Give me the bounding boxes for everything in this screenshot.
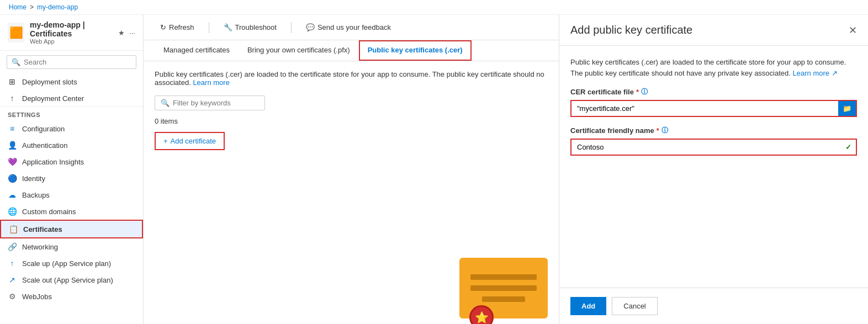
sidebar-item-identity[interactable]: 🔵 Identity <box>0 170 143 187</box>
refresh-icon: ↻ <box>160 23 166 31</box>
sidebar-item-label: Identity <box>22 174 45 183</box>
search-input[interactable] <box>24 58 131 66</box>
authentication-icon: 👤 <box>8 141 17 150</box>
app-subtitle: Web App <box>30 38 113 45</box>
learn-more-link[interactable]: Learn more <box>193 78 229 87</box>
troubleshoot-icon: 🔧 <box>224 23 232 31</box>
breadcrumb-home[interactable]: Home <box>9 3 27 11</box>
page-description: Public key certificates (.cer) are loade… <box>155 70 548 87</box>
sidebar-item-label: Scale out (App Service plan) <box>22 276 113 284</box>
identity-icon: 🔵 <box>8 174 17 183</box>
search-icon: 🔍 <box>12 58 20 66</box>
cer-required: * <box>636 88 639 96</box>
panel-close-button[interactable]: ✕ <box>849 24 857 36</box>
app-icon: 🟧 <box>8 23 24 43</box>
sidebar-item-label: WebJobs <box>22 293 52 301</box>
scale-up-icon: ↑ <box>8 259 17 268</box>
panel-title: Add public key certificate <box>570 24 692 36</box>
networking-icon: 🔗 <box>8 242 17 251</box>
sidebar-item-label: Custom domains <box>22 208 76 216</box>
webjobs-icon: ⚙ <box>8 292 17 301</box>
cer-label: CER certificate file <box>570 88 634 96</box>
sidebar-item-certificates[interactable]: 📋 Certificates <box>0 220 143 238</box>
backups-icon: ☁ <box>8 190 17 199</box>
cancel-button[interactable]: Cancel <box>612 297 657 315</box>
check-icon: ✓ <box>841 140 856 155</box>
sidebar-item-label: Application Insights <box>22 158 84 166</box>
sidebar-item-configuration[interactable]: ≡ Configuration <box>0 120 143 137</box>
troubleshoot-button[interactable]: 🔧 Troubleshoot <box>218 20 282 34</box>
folder-icon: 📁 <box>843 104 851 113</box>
add-icon: + <box>163 137 168 145</box>
add-certificate-button[interactable]: + Add certificate <box>155 132 225 150</box>
certificates-icon: 📋 <box>9 225 18 233</box>
sidebar-item-application-insights[interactable]: 💜 Application Insights <box>0 153 143 170</box>
toolbar-divider <box>209 22 209 33</box>
items-count: 0 items <box>155 117 548 125</box>
deployment-center-icon: ↑ <box>8 94 17 103</box>
deployment-slots-icon: ⊞ <box>8 77 17 86</box>
sidebar-item-webjobs[interactable]: ⚙ WebJobs <box>0 288 143 305</box>
more-icon[interactable]: ··· <box>129 29 135 37</box>
settings-section-header: Settings <box>0 107 143 120</box>
filter-input[interactable] <box>173 99 259 107</box>
refresh-button[interactable]: ↻ Refresh <box>155 20 200 34</box>
tab-public-key[interactable]: Public key certificates (.cer) <box>359 40 472 61</box>
friendly-name-info-icon[interactable]: ⓘ <box>661 126 668 135</box>
sidebar-item-custom-domains[interactable]: 🌐 Custom domains <box>0 203 143 220</box>
favorite-icon[interactable]: ★ <box>118 29 125 37</box>
toolbar-divider2 <box>291 22 292 33</box>
cer-file-input[interactable] <box>571 101 838 116</box>
sidebar-item-scale-out[interactable]: ↗ Scale out (App Service plan) <box>0 272 143 288</box>
sidebar-item-authentication[interactable]: 👤 Authentication <box>0 137 143 153</box>
sidebar-item-label: Authentication <box>22 141 67 150</box>
sidebar-item-label: Scale up (App Service plan) <box>22 259 111 268</box>
application-insights-icon: 💜 <box>8 157 17 166</box>
tab-managed-certificates[interactable]: Managed certificates <box>155 40 239 61</box>
app-title: my-demo-app | Certificates <box>30 20 113 38</box>
custom-domains-icon: 🌐 <box>8 207 17 216</box>
sidebar-item-label: Deployment Center <box>22 94 84 103</box>
tab-bring-own[interactable]: Bring your own certificates (.pfx) <box>239 40 359 61</box>
sidebar-item-backups[interactable]: ☁ Backups <box>0 187 143 203</box>
add-button[interactable]: Add <box>570 297 606 315</box>
sidebar-item-label: Deployment slots <box>22 78 77 86</box>
sidebar-item-networking[interactable]: 🔗 Networking <box>0 238 143 255</box>
filter-icon: 🔍 <box>161 99 170 107</box>
panel-description: Public key certificates (.cer) are loade… <box>570 57 857 78</box>
certificate-illustration: ⭐ <box>459 258 548 318</box>
cer-folder-button[interactable]: 📁 <box>838 101 856 116</box>
sidebar-item-scale-up[interactable]: ↑ Scale up (App Service plan) <box>0 255 143 272</box>
scale-out-icon: ↗ <box>8 275 17 284</box>
breadcrumb-app[interactable]: my-demo-app <box>37 3 78 11</box>
panel-learn-more-link[interactable]: Learn more ↗ <box>793 69 838 77</box>
feedback-icon: 💬 <box>306 23 315 31</box>
friendly-name-label: Certificate friendly name <box>570 126 654 135</box>
friendly-name-input[interactable] <box>571 140 841 155</box>
configuration-icon: ≡ <box>8 124 17 133</box>
friendly-name-required: * <box>657 126 659 135</box>
sidebar-item-label: Certificates <box>23 225 62 233</box>
sidebar-item-label: Backups <box>22 191 50 199</box>
sidebar-item-deployment-center[interactable]: ↑ Deployment Center <box>0 90 143 107</box>
sidebar-item-label: Configuration <box>22 125 65 133</box>
feedback-button[interactable]: 💬 Send us your feedback <box>300 20 396 34</box>
sidebar-item-label: Networking <box>22 243 58 251</box>
breadcrumb-separator: > <box>30 3 34 11</box>
sidebar-item-deployment-slots[interactable]: ⊞ Deployment slots <box>0 73 143 90</box>
cer-info-icon[interactable]: ⓘ <box>641 87 648 97</box>
